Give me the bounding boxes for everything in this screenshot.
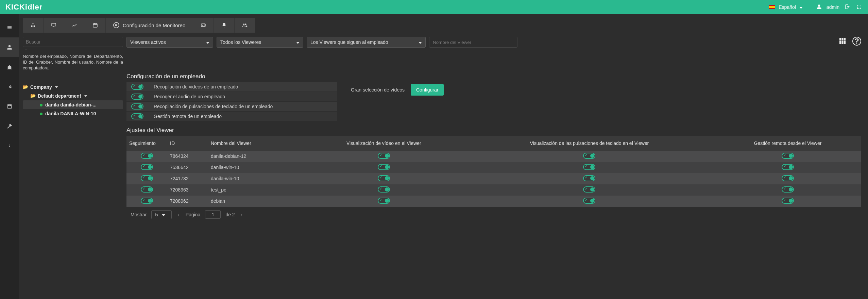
viewer-table: Seguimiento ID Nombre del Viewer Visuali…	[126, 136, 861, 207]
table-row: 7241732danila-win-10	[126, 173, 861, 184]
toggle-video-view[interactable]	[378, 164, 390, 170]
org-chart-icon[interactable]	[23, 18, 44, 33]
search-input[interactable]	[23, 37, 123, 47]
col-keys: Visualización de las pulsaciones de tecl…	[464, 136, 714, 151]
user-icon	[816, 4, 822, 11]
side-building-icon[interactable]	[0, 57, 19, 77]
select-following-viewers[interactable]: Los Viewers que siguen al empleado	[307, 37, 426, 48]
chevron-down-icon	[296, 39, 300, 45]
toggle-follow[interactable]	[141, 198, 153, 204]
toggle-video-view[interactable]	[378, 175, 390, 181]
org-tree: 📂 Company 📂 Default department danila da…	[23, 72, 123, 219]
chevron-down-icon	[84, 94, 87, 98]
col-video: Visualización de vídeo en el Viewer	[303, 136, 464, 151]
logo: KICKidler	[5, 3, 42, 12]
monitor-icon[interactable]	[44, 18, 64, 33]
tree-user-2-label: danila DANILA-WIN-10	[45, 111, 96, 116]
toggle-keystroke-collection[interactable]	[131, 103, 143, 110]
pager-show-label: Mostrar	[131, 212, 147, 217]
chevron-down-icon	[419, 39, 422, 45]
cell-id: 7536642	[167, 162, 208, 173]
cell-name: danila-win-10	[208, 162, 303, 173]
col-id: ID	[167, 136, 208, 151]
page-next[interactable]: ›	[240, 212, 244, 217]
toggle-remote-management[interactable]	[131, 113, 143, 119]
search-hint: Nombre del empleado, Nombre del Departam…	[23, 54, 123, 71]
toggle-audio-collection[interactable]	[131, 94, 143, 100]
status-dot-icon	[40, 113, 42, 115]
toggle-remote-view[interactable]	[782, 164, 794, 170]
tree-user-2[interactable]: danila DANILA-WIN-10	[23, 109, 123, 118]
toggle-video-view[interactable]	[378, 198, 390, 204]
svg-rect-8	[201, 24, 205, 27]
toggle-follow[interactable]	[141, 164, 153, 170]
toggle-keys-view[interactable]	[583, 175, 595, 181]
svg-rect-4	[33, 26, 34, 27]
toggle-keys-view[interactable]	[583, 164, 595, 170]
cell-name: debian	[208, 196, 303, 207]
tab-config-label: Configuración de Monitoreo	[123, 22, 185, 28]
toggle-remote-view[interactable]	[782, 186, 794, 193]
folder-open-icon: 📂	[23, 84, 28, 89]
idcard-icon[interactable]	[193, 18, 214, 33]
grid-view-icon[interactable]	[838, 37, 847, 46]
toggle-remote-view[interactable]	[782, 175, 794, 181]
svg-point-0	[9, 145, 10, 145]
toolbar: Configuración de Monitoreo	[23, 18, 255, 33]
calendar-icon[interactable]	[85, 18, 106, 33]
bell-icon[interactable]	[214, 18, 235, 33]
side-calendar-icon[interactable]	[0, 97, 19, 116]
cell-id: 7864324	[167, 151, 208, 162]
tab-monitoring-config[interactable]: Configuración de Monitoreo	[106, 18, 193, 33]
top-bar: KICKidler Español admin	[0, 0, 868, 14]
page-size-select[interactable]: 5	[151, 210, 172, 219]
tree-user-1[interactable]: danila danila-debian-...	[23, 100, 123, 109]
side-user-icon[interactable]	[0, 37, 19, 57]
side-wrench-icon[interactable]	[0, 116, 19, 136]
side-info-icon[interactable]	[0, 136, 19, 156]
svg-rect-3	[31, 26, 32, 27]
language-selector[interactable]: Español	[762, 4, 810, 10]
toggle-keys-view[interactable]	[583, 153, 595, 159]
toggle-video-collection[interactable]	[131, 84, 143, 90]
side-menu-icon[interactable]	[0, 18, 19, 37]
user-name[interactable]: admin	[827, 4, 839, 10]
tree-company-label: Company	[30, 84, 52, 90]
pager-total: de 2	[225, 212, 235, 217]
toggle-keys-view[interactable]	[583, 186, 595, 193]
toggle-follow[interactable]	[141, 175, 153, 181]
cell-name: test_pc	[208, 184, 303, 196]
select-active-viewers[interactable]: Vieweres activos	[126, 37, 213, 48]
fullscreen-icon[interactable]	[856, 4, 863, 11]
pager: Mostrar 5 ‹ Pagina de 2 ›	[126, 210, 861, 219]
svg-rect-7	[93, 23, 97, 27]
chevron-down-icon	[206, 39, 209, 45]
tree-company[interactable]: 📂 Company	[23, 83, 123, 92]
page-current-input[interactable]	[205, 210, 221, 219]
toggle-video-view[interactable]	[378, 153, 390, 159]
status-dot-icon	[40, 104, 42, 106]
toggle-keys-view[interactable]	[583, 198, 595, 204]
svg-point-11	[245, 23, 246, 25]
tree-department[interactable]: 📂 Default department	[23, 92, 123, 100]
cell-id: 7241732	[167, 173, 208, 184]
toggle-follow[interactable]	[141, 186, 153, 193]
cell-name: danila-win-10	[208, 173, 303, 184]
page-prev[interactable]: ‹	[176, 212, 181, 217]
viewer-name-input[interactable]	[429, 37, 517, 48]
cell-id: 7208963	[167, 184, 208, 196]
help-icon[interactable]: ?	[852, 37, 861, 46]
toggle-remote-view[interactable]	[782, 198, 794, 204]
toggle-video-view[interactable]	[378, 186, 390, 193]
chart-icon[interactable]	[64, 18, 85, 33]
logout-icon[interactable]	[844, 4, 851, 11]
toggle-remote-view[interactable]	[782, 153, 794, 159]
users-rotate-icon[interactable]	[235, 18, 255, 33]
toggle-follow[interactable]	[141, 153, 153, 159]
cell-id: 7208962	[167, 196, 208, 207]
configure-button[interactable]: Configurar	[411, 84, 444, 96]
select-all-viewers[interactable]: Todos los Vieweres	[217, 37, 303, 48]
tree-department-label: Default department	[38, 93, 81, 99]
side-gears-icon[interactable]	[0, 77, 19, 97]
svg-rect-6	[52, 23, 56, 26]
